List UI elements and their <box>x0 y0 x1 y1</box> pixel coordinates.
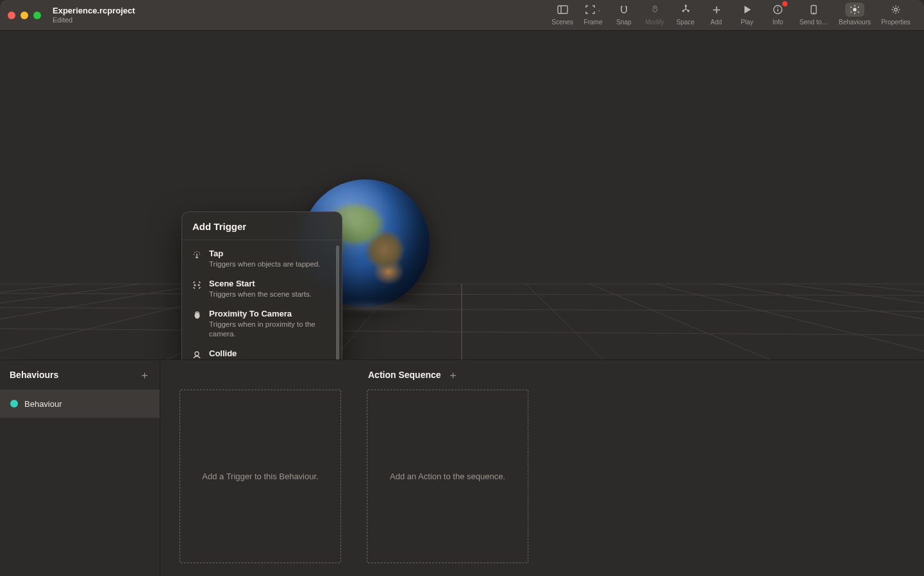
svg-point-4 <box>687 10 689 12</box>
svg-line-31 <box>846 284 924 292</box>
frame-button[interactable]: ⌄ Frame <box>578 3 609 30</box>
space-icon <box>676 3 695 17</box>
properties-icon <box>886 3 905 17</box>
close-window-button[interactable] <box>8 12 15 19</box>
svg-point-13 <box>895 8 897 11</box>
trigger-dropzone[interactable]: Add a Trigger to this Behaviour. <box>180 390 341 563</box>
collide-icon <box>191 349 203 359</box>
behaviours-header: Behaviours ＋ <box>0 360 160 390</box>
window-controls <box>8 12 41 19</box>
scene-start-icon <box>191 279 203 291</box>
svg-point-33 <box>198 284 200 286</box>
app-window: Experience.rcproject Edited Scenes ⌄ Fra… <box>0 0 924 576</box>
info-button[interactable]: Info <box>762 3 793 30</box>
svg-point-2 <box>685 5 686 6</box>
properties-label: Properties <box>881 19 911 26</box>
popover-header: Add Trigger <box>182 212 342 240</box>
add-behaviour-button[interactable]: ＋ <box>139 370 150 381</box>
play-label: Play <box>741 19 753 26</box>
svg-point-3 <box>682 10 684 12</box>
modify-label: Modify <box>645 19 664 26</box>
add-trigger-popover: Add Trigger Tap Triggers when objects ar… <box>181 211 342 359</box>
trigger-title: Collide <box>209 349 328 359</box>
trigger-item-collide[interactable]: Collide Triggers when specified objects … <box>187 344 339 359</box>
send-to-icon <box>804 3 823 17</box>
play-icon <box>737 3 757 17</box>
minimize-window-button[interactable] <box>21 12 28 19</box>
scenes-button[interactable]: Scenes <box>547 3 578 30</box>
trigger-item-tap[interactable]: Tap Triggers when objects are tapped. <box>187 244 339 274</box>
behaviour-color-dot <box>10 400 18 407</box>
svg-line-28 <box>654 284 924 351</box>
add-action-button[interactable]: ＋ <box>448 370 458 381</box>
svg-point-32 <box>194 284 196 286</box>
scenes-label: Scenes <box>551 19 573 26</box>
frame-icon: ⌄ <box>584 3 603 17</box>
popover-scrollbar[interactable] <box>336 245 339 359</box>
add-icon <box>707 3 726 17</box>
behaviours-panel: Behaviours ＋ Behaviour Trigger Add a Tri… <box>0 359 924 576</box>
trigger-header: Trigger <box>180 360 341 390</box>
info-badge <box>782 1 787 6</box>
title-block: Experience.rcproject Edited <box>53 6 135 24</box>
info-label: Info <box>773 19 784 26</box>
send-to-label: Send to… <box>800 19 828 26</box>
action-dropzone[interactable]: Add an Action to the sequence. <box>367 390 528 563</box>
trigger-placeholder: Add a Trigger to this Behaviour. <box>196 472 324 481</box>
action-column: Action Sequence ＋ Add an Action to the s… <box>367 360 528 563</box>
action-placeholder: Add an Action to the sequence. <box>383 472 512 481</box>
snap-icon <box>614 3 634 17</box>
send-to-button[interactable]: Send to… <box>793 3 834 30</box>
add-button[interactable]: Add <box>701 3 732 30</box>
frame-label: Frame <box>584 19 603 26</box>
project-title: Experience.rcproject <box>53 6 135 16</box>
play-button[interactable]: Play <box>732 3 762 30</box>
modify-icon <box>645 3 664 17</box>
project-status: Edited <box>53 16 135 24</box>
behaviours-label: Behaviours <box>839 19 871 26</box>
behaviour-row[interactable]: Behaviour <box>0 390 160 418</box>
popover-body: Tap Triggers when objects are tapped. Sc… <box>182 240 342 359</box>
ground-grid <box>0 31 924 359</box>
svg-point-12 <box>853 8 856 11</box>
behaviours-sidebar: Behaviours ＋ Behaviour <box>0 360 160 576</box>
tap-icon <box>191 249 203 261</box>
behaviours-icon <box>845 3 864 17</box>
trigger-desc: Triggers when objects are tapped. <box>209 259 328 270</box>
svg-line-25 <box>0 284 77 292</box>
add-label: Add <box>710 19 722 26</box>
behaviours-heading: Behaviours <box>10 370 58 380</box>
modify-button[interactable]: Modify <box>639 3 670 30</box>
space-button[interactable]: Space <box>670 3 701 30</box>
behaviour-name: Behaviour <box>24 399 62 409</box>
trigger-item-scene-start[interactable]: Scene Start Triggers when the scene star… <box>187 274 339 304</box>
viewport-3d[interactable]: Add Trigger Tap Triggers when objects ar… <box>0 31 924 359</box>
svg-line-30 <box>782 284 924 303</box>
trigger-column: Trigger Add a Trigger to this Behaviour. <box>180 360 341 563</box>
scenes-icon <box>553 3 572 17</box>
behaviours-button[interactable]: Behaviours <box>834 3 875 30</box>
action-header: Action Sequence ＋ <box>367 360 528 390</box>
titlebar: Experience.rcproject Edited Scenes ⌄ Fra… <box>0 0 924 31</box>
svg-point-9 <box>777 7 778 8</box>
svg-rect-0 <box>558 6 567 13</box>
svg-point-36 <box>195 352 199 356</box>
space-label: Space <box>676 19 694 26</box>
snap-button[interactable]: Snap <box>609 3 639 30</box>
svg-line-26 <box>526 284 603 359</box>
popover-title: Add Trigger <box>192 221 332 232</box>
action-heading: Action Sequence <box>368 370 441 380</box>
maximize-window-button[interactable] <box>33 12 41 19</box>
trigger-item-proximity[interactable]: Proximity To Camera Triggers when in pro… <box>187 304 339 344</box>
trigger-title: Proximity To Camera <box>209 309 328 319</box>
camera-icon <box>191 309 203 321</box>
snap-label: Snap <box>616 19 631 26</box>
behaviour-canvas: Trigger Add a Trigger to this Behaviour.… <box>160 360 924 576</box>
trigger-title: Tap <box>209 249 328 259</box>
behaviour-list: Behaviour <box>0 390 160 576</box>
trigger-title: Scene Start <box>209 279 328 289</box>
trigger-desc: Triggers when in proximity to the camera… <box>209 320 328 340</box>
trigger-desc: Triggers when the scene starts. <box>209 290 328 300</box>
properties-button[interactable]: Properties <box>875 3 916 30</box>
toolbar: Scenes ⌄ Frame Snap Modify <box>547 0 916 30</box>
